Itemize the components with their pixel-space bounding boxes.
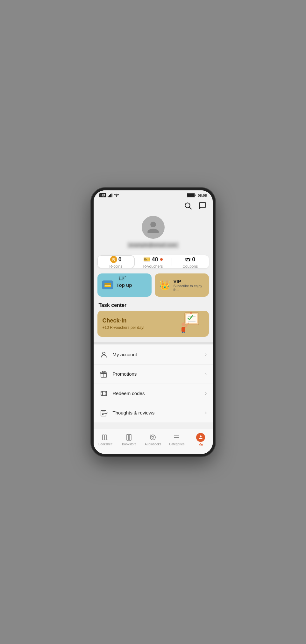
svg-rect-2 [110, 194, 111, 197]
vip-crown-icon: 👑 [159, 280, 170, 290]
bookshelf-icon [101, 433, 110, 442]
svg-rect-24 [101, 391, 107, 396]
wifi-icon [114, 194, 119, 197]
screen: HD [94, 190, 213, 454]
nav-bookstore[interactable]: Bookstore [117, 432, 141, 448]
svg-rect-37 [103, 440, 108, 440]
bookshelf-nav-label: Bookshelf [98, 442, 112, 446]
svg-rect-14 [190, 312, 192, 314]
checkin-illustration [178, 311, 204, 336]
topup-label: Top up [117, 282, 132, 288]
phone-frame: HD [91, 188, 215, 456]
redeem-icon [99, 389, 108, 398]
rcoins-stat[interactable]: R 0 R-coins [97, 255, 135, 268]
vip-card[interactable]: 👑 VIP Subscribe to enjoy th... [155, 273, 209, 297]
redeem-codes-label: Redeem codes [113, 391, 205, 396]
svg-point-20 [103, 352, 105, 355]
rcoins-label: R-coins [109, 264, 122, 268]
arrow-icon-3: › [205, 409, 207, 416]
arrow-icon-1: › [205, 371, 207, 377]
chat-button[interactable] [197, 201, 208, 211]
rvouchers-label: R-vouchers [143, 264, 163, 268]
svg-rect-39 [129, 435, 131, 440]
nav-me[interactable]: Me [189, 432, 213, 448]
spacer [94, 422, 213, 429]
coupons-label: Coupons [182, 264, 198, 268]
svg-rect-38 [127, 435, 129, 440]
coupon-icon: 🎟 [185, 256, 191, 263]
svg-rect-5 [187, 194, 194, 197]
menu-item-my-account[interactable]: My account › [94, 345, 213, 364]
audiobooks-icon [149, 433, 157, 442]
vip-label: VIP [174, 279, 204, 284]
checkin-card[interactable]: Check-in +10 R-vouchers per day! [97, 311, 209, 337]
svg-line-18 [182, 332, 183, 333]
stats-row: R 0 R-coins 🎫 40 R-vouchers 🎟 0 Coupons [97, 255, 209, 268]
coupons-value: 0 [192, 256, 195, 263]
categories-icon [173, 433, 181, 442]
menu-list: My account › Promotions › [94, 345, 213, 422]
categories-nav-label: Categories [169, 442, 184, 446]
menu-item-thoughts-reviews[interactable]: Thoughts & reviews › [94, 403, 213, 422]
rcoins-value: 0 [118, 256, 122, 263]
bottom-nav: Bookshelf Bookstore [94, 429, 213, 454]
svg-rect-35 [103, 435, 104, 440]
rvoucher-dot [160, 258, 163, 261]
svg-rect-6 [195, 195, 196, 196]
me-nav-label: Me [198, 443, 203, 446]
menu-item-promotions[interactable]: Promotions › [94, 364, 213, 384]
svg-rect-16 [181, 327, 185, 332]
search-button[interactable] [183, 201, 193, 211]
username: example@email.com [127, 242, 179, 248]
topup-icon: 💳 [102, 280, 113, 289]
avatar-icon [146, 220, 160, 234]
rvouchers-stat[interactable]: 🎫 40 R-vouchers [134, 255, 172, 268]
checkin-subtitle: +10 R-vouchers per day! [103, 325, 145, 330]
signal-icon [108, 194, 113, 197]
nav-categories[interactable]: Categories [165, 432, 189, 448]
thoughts-reviews-label: Thoughts & reviews [113, 410, 205, 415]
topup-card[interactable]: 💳 Top up [97, 273, 152, 297]
nav-audiobooks[interactable]: Audiobooks [141, 432, 165, 448]
svg-rect-36 [105, 435, 106, 440]
checkin-title: Check-in [103, 317, 145, 324]
hd-badge: HD [99, 193, 106, 197]
arrow-icon-2: › [205, 390, 207, 397]
divider [94, 342, 213, 343]
audiobooks-nav-label: Audiobooks [145, 442, 161, 446]
top-action-bar [94, 199, 213, 212]
my-account-label: My account [113, 352, 205, 357]
rvouchers-value: 40 [152, 256, 158, 263]
rcoin-icon: R [110, 256, 117, 263]
svg-rect-0 [108, 196, 109, 197]
me-avatar [196, 433, 205, 442]
me-avatar-icon [198, 435, 203, 440]
svg-line-19 [184, 332, 185, 333]
avatar [142, 216, 165, 239]
gift-icon [99, 370, 108, 379]
status-bar: HD [94, 190, 213, 199]
status-left: HD [99, 193, 119, 197]
review-icon [99, 408, 108, 417]
checkin-text: Check-in +10 R-vouchers per day! [103, 317, 145, 330]
promotions-label: Promotions [113, 371, 205, 377]
svg-rect-1 [109, 195, 110, 197]
bookstore-icon [125, 433, 133, 442]
action-cards: 💳 Top up 👑 VIP Subscribe to enjoy th... [97, 273, 209, 297]
rvoucher-icon: 🎫 [143, 256, 150, 263]
bookstore-nav-label: Bookstore [122, 442, 136, 446]
person-icon [99, 350, 108, 359]
coupons-stat[interactable]: 🎟 0 Coupons [172, 255, 209, 268]
vip-sublabel: Subscribe to enjoy th... [174, 284, 204, 292]
svg-point-41 [152, 436, 154, 438]
task-center-title: Task center [99, 302, 208, 308]
svg-rect-3 [111, 194, 112, 197]
battery-icon [187, 193, 196, 197]
menu-item-redeem-codes[interactable]: Redeem codes › [94, 384, 213, 403]
nav-bookshelf[interactable]: Bookshelf [94, 432, 117, 448]
arrow-icon-0: › [205, 351, 207, 358]
svg-line-8 [189, 207, 191, 209]
status-right: 08:08 [187, 193, 207, 197]
svg-point-15 [181, 322, 185, 326]
time-display: 08:08 [198, 194, 207, 197]
